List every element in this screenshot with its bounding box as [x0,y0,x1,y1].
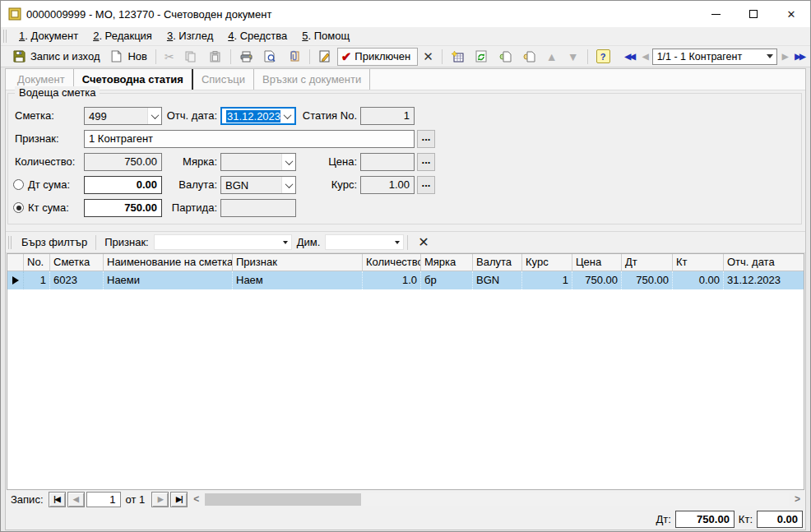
row-selector-cell[interactable] [7,271,24,289]
copy-entry-button[interactable] [494,47,517,67]
column-header-rate[interactable]: Курс [522,254,572,271]
scroll-left-button[interactable]: < [189,493,203,505]
edit-button[interactable] [313,47,337,67]
tab-page: Документ Счетоводна статия Списъци Връзк… [5,68,806,530]
tab-lists[interactable]: Списъци [193,69,254,90]
move-down-button[interactable]: ▼ [563,47,584,67]
dt-sum-field[interactable]: 0.00 [84,176,162,194]
cut-button[interactable]: ✂ [160,47,179,67]
menu-edit[interactable]: 2. Редакция [86,27,160,45]
menu-document[interactable]: 1. Документ [12,27,86,45]
cell-account[interactable]: 6023 [50,271,104,289]
table-row[interactable]: 1 6023 Наеми Наем 1.0 бр BGN 1 750.00 75… [7,271,804,289]
column-header-date[interactable]: Отч. дата [724,254,804,271]
date-combo[interactable]: 31.12.2023 [220,107,296,125]
horizontal-scrollbar[interactable] [205,493,789,506]
cell-date[interactable]: 31.12.2023 [724,271,804,289]
column-header-quantity[interactable]: Количество [363,254,421,271]
grid-empty-area [7,289,804,489]
menu-grip[interactable] [3,30,7,43]
cell-kt[interactable]: 0.00 [673,271,724,289]
column-header-attribute[interactable]: Признак [233,254,363,271]
account-combo[interactable]: 499 [84,107,162,125]
kt-sum-radio[interactable] [13,202,24,213]
column-header-no[interactable]: No. [24,254,50,271]
new-table-button[interactable] [446,47,470,67]
filter-grip[interactable] [8,236,12,249]
measure-combo[interactable] [220,153,296,171]
price-lookup-button[interactable]: ... [417,153,435,171]
column-header-price[interactable]: Цена [572,254,622,271]
column-header-currency[interactable]: Валута [473,254,522,271]
column-header-kt[interactable]: Кт [673,254,724,271]
record-prev-button[interactable]: ◀ [67,492,85,507]
price-field[interactable] [360,153,415,171]
filter-dim-label: Дим. [292,236,326,248]
currency-combo-button[interactable] [281,177,295,193]
batch-field[interactable] [220,199,296,217]
cell-account-name[interactable]: Наеми [104,271,233,289]
record-next-button[interactable]: ▶ [151,492,169,507]
column-header-account[interactable]: Сметка [50,254,104,271]
menu-tools[interactable]: 4. Средства [220,27,294,45]
filter-dim-combo[interactable] [325,234,404,250]
cell-quantity[interactable]: 1.0 [363,271,421,289]
maximize-button[interactable] [735,1,772,27]
clear-completed-button[interactable]: ✕ [418,49,438,64]
cell-attribute[interactable]: Наем [233,271,363,289]
nav-last-button[interactable]: ▶▶ [791,52,807,61]
column-header-account-name[interactable]: Наименование на сметка [104,254,233,271]
copy-button[interactable] [179,47,203,67]
filter-attr-combo[interactable] [154,234,292,250]
attribute-field[interactable]: 1 Контрагент [84,130,415,148]
clear-filter-button[interactable]: ✕ [411,234,435,250]
measure-combo-button[interactable] [281,154,295,170]
cell-dt[interactable]: 750.00 [622,271,673,289]
record-last-button[interactable]: ▶| [170,492,188,507]
quantity-field[interactable]: 750.00 [84,153,162,171]
copy-document-button[interactable] [517,47,541,67]
nav-prev-button[interactable]: ◀ [639,52,651,61]
cell-rate[interactable]: 1 [522,271,572,289]
scrollbar-thumb[interactable] [205,493,361,506]
column-header-dt[interactable]: Дт [622,254,673,271]
tab-document-links[interactable]: Връзки с документи [254,69,370,90]
close-icon: ✕ [787,9,796,20]
record-select-combo[interactable]: 1/1 - 1 Контрагент [652,49,777,65]
rate-lookup-button[interactable]: ... [417,176,435,194]
groupbox-title: Водеща сметка [15,86,100,99]
entry-no-field[interactable]: 1 [360,107,415,125]
nav-next-button[interactable]: ▶ [779,52,790,61]
new-button[interactable]: Нов [104,47,152,67]
refresh-button[interactable] [470,47,494,67]
column-header-measure[interactable]: Мярка [421,254,473,271]
kt-sum-field[interactable]: 750.00 [84,199,162,217]
date-combo-button[interactable] [280,109,294,123]
print-button[interactable] [234,47,258,67]
scroll-right-button[interactable]: > [790,493,804,505]
record-first-button[interactable]: |◀ [49,492,66,507]
preview-button[interactable] [258,47,282,67]
filter-attr-label: Признак: [100,236,154,248]
record-number-field[interactable]: 1 [86,492,121,507]
app-icon [8,7,21,21]
dt-sum-radio[interactable] [13,179,24,190]
cell-no[interactable]: 1 [24,271,50,289]
cell-measure[interactable]: бр [421,271,473,289]
completed-toggle[interactable]: ✔ Приключен [337,48,418,66]
help-button[interactable]: ? [591,47,615,67]
cell-price[interactable]: 750.00 [572,271,622,289]
minimize-button[interactable] [697,1,735,27]
paste-button[interactable] [203,47,227,67]
move-up-button[interactable]: ▲ [541,47,563,67]
save-exit-button[interactable]: Запис и изход [7,47,104,67]
attribute-lookup-button[interactable]: ... [417,130,435,148]
menu-view[interactable]: 3. Изглед [160,27,220,45]
close-button[interactable]: ✕ [772,1,810,27]
menu-help[interactable]: 5. Помощ [294,27,357,45]
nav-first-button[interactable]: ◀◀ [622,52,637,61]
cell-currency[interactable]: BGN [473,271,522,289]
currency-combo[interactable]: BGN [220,176,296,194]
rate-field[interactable]: 1.00 [360,176,415,194]
attach-button[interactable] [282,47,306,67]
